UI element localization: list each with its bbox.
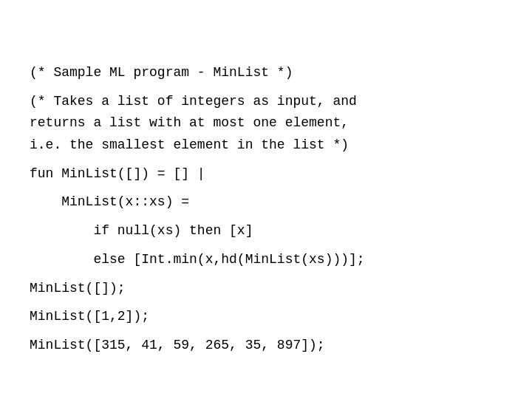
blank-8 (30, 328, 365, 335)
line-8: else [Int.min(x,hd(MinList(xs)))]; (30, 249, 365, 271)
code-block: (* Sample ML program - MinList *) (* Tak… (30, 62, 365, 357)
blank-6 (30, 271, 365, 278)
line-11: MinList([315, 41, 59, 265, 35, 897]); (30, 335, 365, 357)
line-9: MinList([]); (30, 278, 365, 300)
line-2: (* Takes a list of integers as input, an… (30, 91, 365, 113)
line-4: i.e. the smallest element in the list *) (30, 134, 365, 157)
blank-5 (30, 242, 365, 249)
line-3: returns a list with at most one element, (30, 112, 365, 134)
line-10: MinList([1,2]); (30, 306, 365, 328)
blank-1 (30, 84, 365, 91)
blank-4 (30, 214, 365, 220)
line-5: fun MinList([]) = [] | (30, 163, 365, 185)
blank-2 (30, 157, 365, 163)
line-1: (* Sample ML program - MinList *) (30, 62, 365, 84)
line-6: MinList(x::xs) = (30, 191, 365, 214)
line-7: if null(xs) then [x] (30, 220, 365, 242)
blank-7 (30, 299, 365, 306)
blank-3 (30, 185, 365, 191)
code-editor: (* Sample ML program - MinList *) (* Tak… (0, 0, 395, 399)
